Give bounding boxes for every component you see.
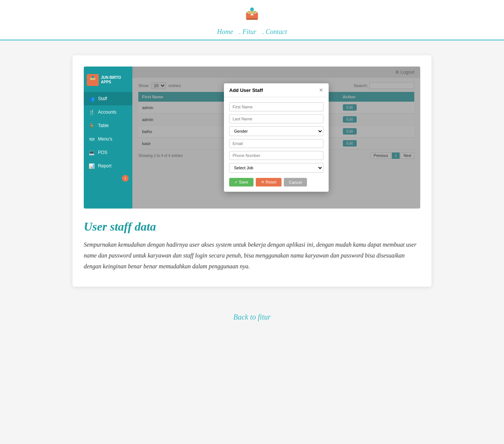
svg-point-8 xyxy=(92,76,94,78)
back-to-fitur-link[interactable]: Back to fitur xyxy=(233,313,271,321)
pos-icon: 💻 xyxy=(88,149,95,156)
brand-icon xyxy=(87,74,99,86)
email-input[interactable] xyxy=(229,139,323,148)
page-header: Home . Fitur . Contact xyxy=(0,0,504,40)
cancel-button[interactable]: Cancel xyxy=(284,178,307,186)
page-footer: Back to fitur xyxy=(0,302,504,329)
logo-icon xyxy=(243,6,261,24)
first-name-input[interactable] xyxy=(229,102,323,111)
add-user-modal: Add User Staff ✕ Gender Male Female xyxy=(224,83,329,192)
menus-icon: 🍽 xyxy=(88,136,95,142)
main-nav: Home . Fitur . Contact xyxy=(0,28,504,40)
sidebar-item-staff[interactable]: 👥 Staff xyxy=(84,92,132,105)
app-screenshot: JUN BIRTOAPPS 👥 Staff 🍴 Accounts 🪑 Table… xyxy=(84,67,420,209)
svg-rect-2 xyxy=(247,18,257,20)
section-text: User staff data Sempurnakan kemudahan de… xyxy=(84,220,420,272)
nav-fitur[interactable]: . Fitur xyxy=(236,28,259,36)
section-description: Sempurnakan kemudahan dengan hadirnya us… xyxy=(84,240,420,272)
section-title: User staff data xyxy=(84,220,420,234)
site-logo xyxy=(243,6,261,25)
sidebar-item-pos[interactable]: 💻 POS xyxy=(84,146,132,159)
sidebar-brand: JUN BIRTOAPPS xyxy=(84,70,132,92)
table-icon: 🪑 xyxy=(88,122,95,129)
phone-input[interactable] xyxy=(229,151,323,160)
modal-title: Add User Staff xyxy=(229,87,263,93)
accounts-icon: 🍴 xyxy=(88,109,95,115)
modal-body: Gender Male Female Select Job Manager Ka… xyxy=(224,97,329,178)
svg-rect-5 xyxy=(251,15,253,15)
times-icon: ✕ xyxy=(261,180,264,184)
sidebar-notification-badge: 1 xyxy=(122,175,129,182)
save-button[interactable]: ✓ Save xyxy=(229,178,253,186)
last-name-input[interactable] xyxy=(229,114,323,123)
staff-icon: 👥 xyxy=(88,95,95,102)
sidebar-item-table[interactable]: 🪑 Table xyxy=(84,119,132,132)
svg-rect-1 xyxy=(248,11,256,14)
gender-select[interactable]: Gender Male Female xyxy=(229,126,323,136)
modal-close-button[interactable]: ✕ xyxy=(319,87,323,93)
job-select[interactable]: Select Job Manager Kasir Staff xyxy=(229,163,323,173)
brand-text: JUN BIRTOAPPS xyxy=(101,75,121,84)
app-sidebar: JUN BIRTOAPPS 👥 Staff 🍴 Accounts 🪑 Table… xyxy=(84,67,132,209)
modal-overlay: Add User Staff ✕ Gender Male Female xyxy=(132,67,420,209)
nav-home[interactable]: Home xyxy=(214,28,236,36)
modal-header: Add User Staff ✕ xyxy=(224,83,329,97)
sidebar-item-menus[interactable]: 🍽 Menu's xyxy=(84,132,132,146)
reset-button[interactable]: ✕ Reset xyxy=(256,178,282,186)
sidebar-item-report[interactable]: 📊 Report xyxy=(84,159,132,173)
checkmark-icon: ✓ xyxy=(234,180,238,184)
svg-point-3 xyxy=(250,7,254,11)
app-mockup: JUN BIRTOAPPS 👥 Staff 🍴 Accounts 🪑 Table… xyxy=(84,67,420,209)
report-icon: 📊 xyxy=(88,163,95,169)
svg-rect-4 xyxy=(251,14,253,15)
modal-footer: ✓ Save ✕ Reset Cancel xyxy=(224,178,329,192)
nav-contact[interactable]: . Contact xyxy=(259,28,290,36)
sidebar-item-accounts[interactable]: 🍴 Accounts xyxy=(84,105,132,119)
app-main-panel: ⚙ Logout Show 10 25 50 entries xyxy=(132,67,420,209)
main-content: JUN BIRTOAPPS 👥 Staff 🍴 Accounts 🪑 Table… xyxy=(73,55,431,287)
